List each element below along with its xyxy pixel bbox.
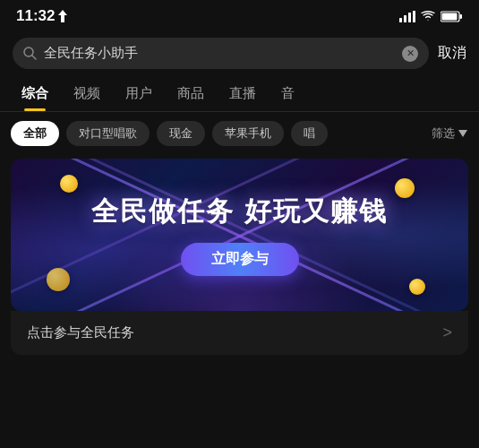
time-display: 11:32	[16, 7, 55, 25]
tab-shipin[interactable]: 视频	[61, 76, 113, 111]
tab-yin[interactable]: 音	[269, 76, 307, 111]
wifi-icon	[421, 11, 435, 22]
clear-button[interactable]: ✕	[402, 46, 418, 62]
chevron-right-icon: >	[442, 323, 452, 342]
search-icon	[23, 47, 37, 60]
banner[interactable]: 全民做任务 好玩又赚钱 立即参与	[11, 159, 468, 311]
chip-xianjin[interactable]: 现金	[157, 121, 205, 146]
battery-icon	[441, 11, 463, 22]
bottom-link-text: 点击参与全民任务	[27, 324, 134, 341]
svg-marker-10	[458, 130, 467, 137]
svg-rect-6	[460, 14, 463, 19]
bottom-link[interactable]: 点击参与全民任务 >	[11, 311, 468, 355]
svg-rect-4	[413, 11, 415, 22]
svg-rect-3	[408, 13, 411, 22]
filter-button[interactable]: 筛选	[432, 125, 468, 142]
banner-content: 全民做任务 好玩又赚钱 立即参与	[11, 159, 468, 311]
tab-shangpin[interactable]: 商品	[165, 76, 217, 111]
status-time: 11:32	[16, 7, 67, 25]
chip-all[interactable]: 全部	[11, 121, 59, 146]
filter-row: 全部 对口型唱歌 现金 苹果手机 唱 筛选	[0, 112, 479, 155]
status-bar: 11:32	[0, 0, 479, 30]
location-icon	[58, 10, 67, 22]
chip-chang[interactable]: 唱	[291, 121, 328, 146]
svg-marker-0	[58, 10, 67, 22]
cancel-button[interactable]: 取消	[438, 44, 466, 63]
banner-title: 全民做任务 好玩又赚钱	[91, 194, 387, 230]
chip-duikouchang[interactable]: 对口型唱歌	[66, 121, 150, 146]
svg-rect-2	[404, 15, 406, 22]
banner-cta-button[interactable]: 立即参与	[181, 243, 299, 276]
signal-icon	[399, 11, 415, 22]
search-query: 全民任务小助手	[44, 45, 395, 62]
tab-zhibo[interactable]: 直播	[217, 76, 269, 111]
status-icons	[399, 11, 463, 22]
chip-applephone[interactable]: 苹果手机	[212, 121, 284, 146]
tab-zonghe[interactable]: 综合	[9, 76, 61, 111]
svg-rect-1	[399, 18, 402, 22]
tab-yonghu[interactable]: 用户	[113, 76, 165, 111]
filter-icon	[458, 128, 468, 139]
search-input-wrap[interactable]: 全民任务小助手 ✕	[13, 38, 429, 69]
svg-line-9	[32, 56, 36, 59]
tab-bar: 综合 视频 用户 商品 直播 音	[0, 76, 479, 112]
search-bar: 全民任务小助手 ✕ 取消	[0, 30, 479, 76]
svg-rect-7	[442, 13, 458, 20]
